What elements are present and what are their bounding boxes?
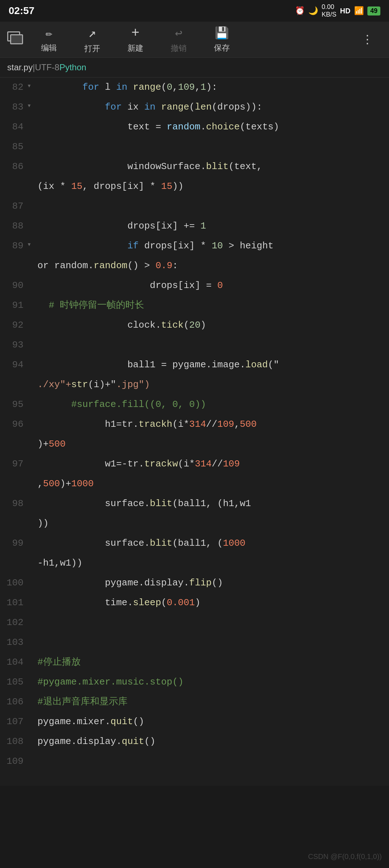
table-row: 82▾ for l in range(0,109,1):: [0, 78, 389, 97]
fold-arrow: [27, 692, 36, 696]
toolbar-save-button[interactable]: 💾 保存: [200, 26, 243, 53]
table-row: 94 ball1 = pygame.image.load(": [0, 355, 389, 375]
code-content: or random.random() > 0.9:: [36, 256, 389, 276]
code-content: windowSurface.blit(text,: [36, 157, 389, 177]
new-icon: +: [131, 25, 140, 41]
fold-arrow[interactable]: ▾: [27, 236, 36, 249]
edit-label: 编辑: [41, 43, 57, 53]
code-editor[interactable]: 82▾ for l in range(0,109,1):83▾ for ix i…: [0, 78, 389, 786]
fold-arrow[interactable]: ▾: [27, 97, 36, 110]
fold-arrow: [27, 256, 36, 260]
fold-arrow[interactable]: ▾: [27, 78, 36, 90]
fold-arrow: [27, 395, 36, 398]
fold-arrow: [27, 593, 36, 597]
fold-arrow: [27, 434, 36, 438]
table-row: 108pygame.display.quit(): [0, 732, 389, 752]
file-language: Python: [59, 62, 86, 72]
table-row: 85: [0, 137, 389, 157]
new-label: 新建: [128, 43, 143, 54]
fold-arrow: [27, 573, 36, 577]
save-label: 保存: [214, 43, 230, 53]
edit-icon: ✏️: [45, 26, 52, 40]
line-number: 104: [0, 652, 27, 672]
more-button[interactable]: ⋮: [353, 32, 382, 47]
table-row: 109: [0, 752, 389, 771]
code-content: -h1,w1)): [36, 553, 389, 573]
line-number: [0, 553, 27, 559]
code-content: ./xy"+str(i)+".jpg"): [36, 375, 389, 395]
line-number: [0, 375, 27, 381]
code-content: for l in range(0,109,1):: [36, 78, 389, 97]
filename: star.py: [7, 62, 33, 72]
fold-arrow: [27, 137, 36, 141]
table-row: 107pygame.mixer.quit(): [0, 712, 389, 732]
fold-arrow: [27, 315, 36, 319]
fold-arrow: [27, 177, 36, 180]
line-number: [0, 256, 27, 262]
status-bar: 02:57 ⏰ 🌙 0.00KB/S HD 📶 49: [0, 0, 389, 22]
code-content: #surface.fill((0, 0, 0)): [36, 395, 389, 415]
code-content: time.sleep(0.001): [36, 593, 389, 613]
line-number: 89: [0, 236, 27, 256]
battery-indicator: 49: [367, 6, 380, 15]
table-row: 83▾ for ix in range(len(drops)):: [0, 97, 389, 117]
line-number: 108: [0, 732, 27, 752]
table-row: 90 drops[ix] = 0: [0, 276, 389, 296]
toolbar-new-button[interactable]: + 新建: [114, 25, 157, 54]
table-row: 87: [0, 196, 389, 216]
code-content: # 时钟停留一帧的时长: [36, 296, 389, 315]
toolbar-undo-button[interactable]: ↩ 撤销: [157, 26, 200, 54]
table-row: 101 time.sleep(0.001): [0, 593, 389, 613]
code-content: #pygame.mixer.music.stop(): [36, 672, 389, 692]
fold-arrow: [27, 533, 36, 537]
toolbar-edit-button[interactable]: ✏️ 编辑: [27, 26, 71, 53]
table-row: 97 w1=-tr.trackw(i*314//109: [0, 454, 389, 474]
open-icon: ↗: [88, 25, 96, 41]
code-content: drops[ix] = 0: [36, 276, 389, 296]
fold-arrow: [27, 514, 36, 517]
fold-arrow: [27, 375, 36, 378]
code-content: (ix * 15, drops[ix] * 15)): [36, 177, 389, 196]
table-row: 103: [0, 633, 389, 652]
fold-arrow: [27, 474, 36, 478]
fold-arrow: [27, 355, 36, 359]
table-row: 104#停止播放: [0, 652, 389, 672]
code-content: surface.blit(ball1, (h1,w1: [36, 494, 389, 514]
line-number: 103: [0, 633, 27, 652]
fold-arrow: [27, 494, 36, 497]
table-row: 89▾ if drops[ix] * 10 > height: [0, 236, 389, 256]
line-number: 86: [0, 157, 27, 177]
toolbar: ✏️ 编辑 ↗ 打开 + 新建 ↩ 撤销 💾 保存 ⋮: [0, 22, 389, 58]
code-content: if drops[ix] * 10 > height: [36, 236, 389, 256]
line-number: 84: [0, 117, 27, 137]
code-content: )+500: [36, 434, 389, 454]
code-content: #停止播放: [36, 652, 389, 672]
table-row: 105#pygame.mixer.music.stop(): [0, 672, 389, 692]
code-content: pygame.display.flip(): [36, 573, 389, 593]
undo-label: 撤销: [171, 43, 187, 54]
stack-icon[interactable]: [7, 31, 24, 48]
table-row: ,500)+1000: [0, 474, 389, 494]
line-number: 107: [0, 712, 27, 732]
table-row: 98 surface.blit(ball1, (h1,w1: [0, 494, 389, 514]
fold-arrow: [27, 117, 36, 121]
table-row: 91 # 时钟停留一帧的时长: [0, 296, 389, 315]
line-number: 85: [0, 137, 27, 157]
fold-arrow: [27, 752, 36, 755]
line-number: 102: [0, 613, 27, 633]
table-row: 102: [0, 613, 389, 633]
code-content: [36, 613, 389, 619]
speed-indicator: 0.00KB/S: [322, 3, 336, 18]
line-number: [0, 434, 27, 440]
fold-arrow: [27, 633, 36, 636]
code-content: text = random.choice(texts): [36, 117, 389, 137]
line-number: 93: [0, 335, 27, 355]
line-number: 97: [0, 454, 27, 474]
code-content: for ix in range(len(drops)):: [36, 97, 389, 117]
alarm-icon: ⏰: [295, 6, 305, 15]
table-row: 95 #surface.fill((0, 0, 0)): [0, 395, 389, 415]
line-number: [0, 514, 27, 519]
toolbar-open-button[interactable]: ↗ 打开: [71, 25, 114, 54]
code-content: [36, 137, 389, 143]
status-time: 02:57: [9, 5, 35, 17]
